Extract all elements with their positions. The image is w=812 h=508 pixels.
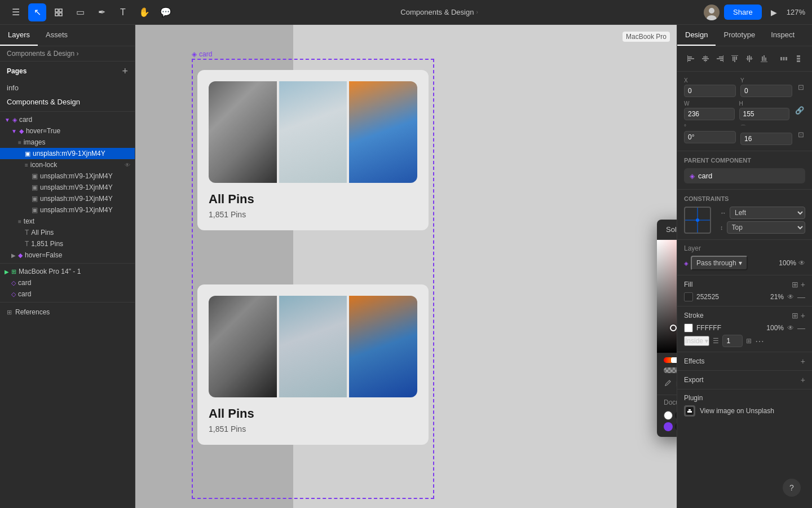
stroke-position-button[interactable]: Inside ▾ <box>684 336 709 346</box>
frame-icon: ⊞ <box>11 268 16 275</box>
help-button[interactable]: ? <box>783 479 801 497</box>
layer-name-pins-count: 1,851 Pins <box>31 240 130 248</box>
layer-item-all-pins[interactable]: T All Pins <box>0 227 135 238</box>
corner-input[interactable] <box>740 133 792 145</box>
align-left-button[interactable] <box>684 52 698 65</box>
constraint-v-icon: ↕ <box>720 224 723 231</box>
layer-item-images[interactable]: ≡ images <box>0 137 135 148</box>
align-bottom-button[interactable] <box>757 52 771 65</box>
x-input[interactable] <box>684 85 736 97</box>
align-center-h-button[interactable] <box>699 52 712 65</box>
plugin-item-unsplash[interactable]: View image on Unsplash <box>684 405 805 417</box>
canvas-area[interactable]: MacBook Pro ◈ card All Pins 1,851 Pins A <box>135 25 677 508</box>
hue-slider-track[interactable] <box>664 357 677 363</box>
tab-design[interactable]: Design <box>677 25 716 46</box>
stroke-add-button[interactable]: + <box>801 311 805 320</box>
layer-item-hover-true[interactable]: ▼ ◆ hover=True <box>0 125 135 137</box>
fill-grid-button[interactable]: ⊞ <box>792 280 798 289</box>
rotation-input[interactable] <box>684 131 736 143</box>
color-type-select[interactable]: Solid <box>664 225 677 234</box>
layer-name-hover-true: hover=True <box>26 127 130 135</box>
swatch-black1[interactable] <box>675 411 677 420</box>
swatch-black3[interactable] <box>675 422 677 431</box>
align-top-button[interactable] <box>728 52 742 65</box>
layer-item-icon-lock[interactable]: ≡ icon-lock 👁 <box>0 159 135 170</box>
text-tool-button[interactable]: T <box>114 3 132 21</box>
export-add-button[interactable]: + <box>801 375 805 384</box>
play-button[interactable]: ▶ <box>766 5 782 20</box>
stroke-weight-input[interactable] <box>722 335 743 347</box>
stroke-scale-button[interactable]: ⊞ <box>746 337 752 345</box>
color-spectrum[interactable] <box>657 240 677 353</box>
breadcrumb-project[interactable]: Components & Design › <box>400 8 478 16</box>
layer-item-text[interactable]: ≡ text <box>0 216 135 227</box>
tab-assets[interactable]: Assets <box>38 25 76 46</box>
layer-item-macbook[interactable]: ▶ ⊞ MacBook Pro 14" - 1 <box>0 266 135 277</box>
color-cursor[interactable] <box>670 325 677 331</box>
stroke-align-button[interactable]: ☰ <box>713 337 719 345</box>
page-item-info[interactable]: info <box>0 81 135 95</box>
hue-thumb[interactable] <box>671 357 677 363</box>
constraint-v-select[interactable]: Top <box>727 221 806 234</box>
zoom-label[interactable]: 127% <box>787 8 805 16</box>
layer-item-card-2[interactable]: ◇ card <box>0 288 135 300</box>
effects-add-button[interactable]: + <box>801 357 805 366</box>
expand-icon: ▶ <box>11 252 16 259</box>
stroke-grid-button[interactable]: ⊞ <box>792 311 798 320</box>
doc-colors-header[interactable]: Document colors ▾ <box>657 395 677 411</box>
eyedropper-button[interactable] <box>664 379 672 389</box>
layer-item-card[interactable]: ▼ ◈ card <box>0 114 135 125</box>
layer-item-unsplash-4[interactable]: ▣ unsplash:mV9-1XjnM4Y <box>0 204 135 216</box>
link-proportions-button[interactable]: 🔗 <box>794 100 805 120</box>
fill-color-swatch[interactable] <box>684 292 693 301</box>
tab-prototype[interactable]: Prototype <box>716 25 763 46</box>
references-item[interactable]: ⊞ References <box>0 305 135 319</box>
align-right-button[interactable] <box>713 52 727 65</box>
menu-button[interactable]: ☰ <box>7 3 25 21</box>
shape-tool-button[interactable]: ▭ <box>71 3 89 21</box>
layer-item-unsplash-selected[interactable]: ▣ unsplash:mV9-1XjnM4Y <box>0 148 135 159</box>
pen-tool-button[interactable]: ✒ <box>92 3 111 21</box>
layer-item-card-1[interactable]: ◇ card <box>0 277 135 288</box>
h-input[interactable] <box>739 108 790 120</box>
stroke-visibility-button[interactable]: 👁 <box>787 324 794 332</box>
layer-mode-button[interactable]: Pass through ▾ <box>691 256 748 270</box>
swatch-purple[interactable] <box>664 422 673 431</box>
image-icon: ▣ <box>32 206 38 214</box>
stroke-remove-button[interactable]: — <box>797 323 805 332</box>
comment-tool-button[interactable]: 💬 <box>157 3 175 21</box>
fill-add-button[interactable]: + <box>801 280 805 289</box>
parent-component-item[interactable]: ◈ card <box>684 168 805 183</box>
distribute-h-button[interactable] <box>777 52 791 65</box>
distribute-v-button[interactable] <box>792 52 805 65</box>
page-item-components[interactable]: Components & Design <box>0 95 135 109</box>
frame-tool-button[interactable] <box>50 3 68 21</box>
position-reset-button[interactable]: ⊡ <box>797 77 805 97</box>
constraint-h-select[interactable]: Left <box>730 207 805 219</box>
move-tool-button[interactable]: ↖ <box>28 3 46 21</box>
visibility-button[interactable]: 👁 <box>798 259 805 267</box>
layer-item-hover-false[interactable]: ▶ ◆ hover=False <box>0 249 135 261</box>
y-input[interactable] <box>740 85 792 97</box>
stroke-more-button[interactable]: ⋯ <box>755 336 764 347</box>
layer-item-unsplash-3[interactable]: ▣ unsplash:mV9-1XjnM4Y <box>0 193 135 204</box>
add-page-button[interactable]: + <box>122 66 128 76</box>
svg-rect-21 <box>734 56 735 62</box>
hand-tool-button[interactable]: ✋ <box>135 3 153 21</box>
share-button[interactable]: Share <box>724 5 762 20</box>
swatch-white[interactable] <box>664 411 673 420</box>
layer-item-unsplash-2[interactable]: ▣ unsplash:mV9-1XjnM4Y <box>0 182 135 193</box>
stroke-color-swatch[interactable] <box>684 323 693 332</box>
corner-options-button[interactable]: ⊡ <box>797 124 805 145</box>
fill-visibility-button[interactable]: 👁 <box>787 293 794 301</box>
layer-item-unsplash-1[interactable]: ▣ unsplash:mV9-1XjnM4Y <box>0 170 135 182</box>
fill-remove-button[interactable]: — <box>797 292 805 301</box>
align-middle-button[interactable] <box>743 52 756 65</box>
layer-item-pins-count[interactable]: T 1,851 Pins <box>0 238 135 249</box>
tab-inspect[interactable]: Inspect <box>763 25 802 46</box>
alpha-slider-track[interactable] <box>664 367 677 373</box>
svg-rect-8 <box>687 56 692 58</box>
effects-title: Effects <box>684 357 704 365</box>
tab-layers[interactable]: Layers <box>0 25 38 46</box>
w-input[interactable] <box>684 108 735 120</box>
